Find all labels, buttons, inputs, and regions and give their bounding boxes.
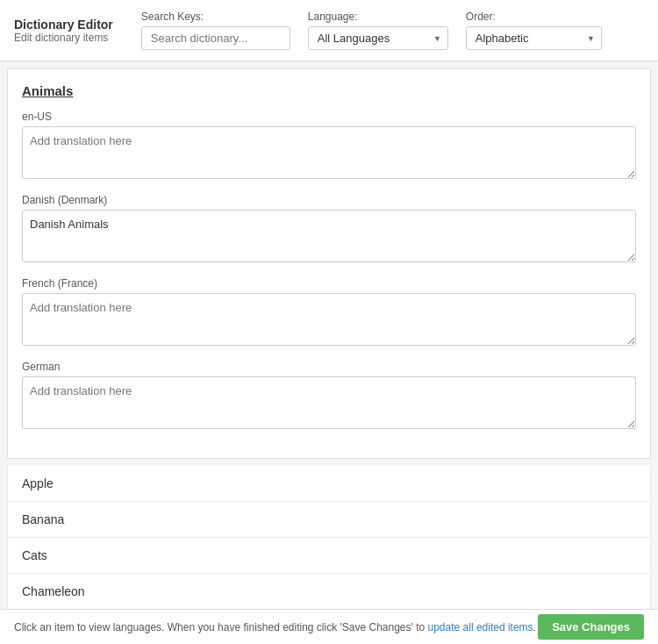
lang-section-french: French (France) [22,277,636,348]
search-label: Search Keys: [141,11,290,23]
main-list[interactable]: Animals en-USDanish (Denmark)French (Fra… [0,61,658,609]
lang-textarea-danish[interactable] [22,210,636,262]
lang-textarea-french[interactable] [22,293,636,346]
footer-text-start: Click an item to view languages. When yo… [14,621,428,633]
list-item[interactable]: Chameleon [7,574,651,609]
subtitle-text: Edit dictionary items [14,32,113,44]
list-item[interactable]: Banana [7,502,651,538]
app-title: Dictionary Editor Edit dictionary items [14,18,113,44]
lang-label-french: French (France) [22,277,636,290]
lang-label-danish: Danish (Denmark) [22,194,636,206]
lang-label-en-us: en-US [22,111,636,123]
order-select-wrapper: Alphabetic Date Added Date Modified [466,26,602,50]
lang-textarea-german[interactable] [22,376,636,429]
footer-text: Click an item to view languages. When yo… [14,621,536,633]
expanded-item-title: Animals [22,83,636,98]
language-select[interactable]: All Languages en-US Danish (Denmark) Fre… [308,26,448,50]
order-label: Order: [466,11,602,23]
lang-textarea-en-us[interactable] [22,126,636,179]
search-input[interactable] [141,26,290,50]
list-item[interactable]: Apple [7,466,651,502]
order-select[interactable]: Alphabetic Date Added Date Modified [466,26,602,50]
title-text: Dictionary Editor [14,18,113,32]
header-controls: Search Keys: Language: All Languages en-… [141,11,602,50]
order-group: Order: Alphabetic Date Added Date Modifi… [466,11,602,50]
expanded-item-animals[interactable]: Animals en-USDanish (Denmark)French (Fra… [7,68,651,459]
search-group: Search Keys: [141,11,290,50]
content-area: Animals en-USDanish (Denmark)French (Fra… [0,61,658,609]
lang-section-german: German [22,361,636,432]
save-button[interactable]: Save Changes [538,614,644,640]
language-sections: en-USDanish (Denmark)French (France)Germ… [22,111,636,432]
lang-section-danish: Danish (Denmark) [22,194,636,265]
language-group: Language: All Languages en-US Danish (De… [308,11,448,50]
list-item[interactable]: Cats [7,538,651,574]
footer-link[interactable]: update all edited items [428,621,533,633]
lang-section-en-us: en-US [22,111,636,182]
footer-text-end: . [533,621,536,633]
lang-label-german: German [22,361,636,373]
language-label: Language: [308,11,448,23]
list-items-container: AppleBananaCatsChameleonDinosaurFruitGre… [0,466,658,609]
header: Dictionary Editor Edit dictionary items … [0,0,658,61]
footer: Click an item to view languages. When yo… [0,609,658,644]
language-select-wrapper: All Languages en-US Danish (Denmark) Fre… [308,26,448,50]
